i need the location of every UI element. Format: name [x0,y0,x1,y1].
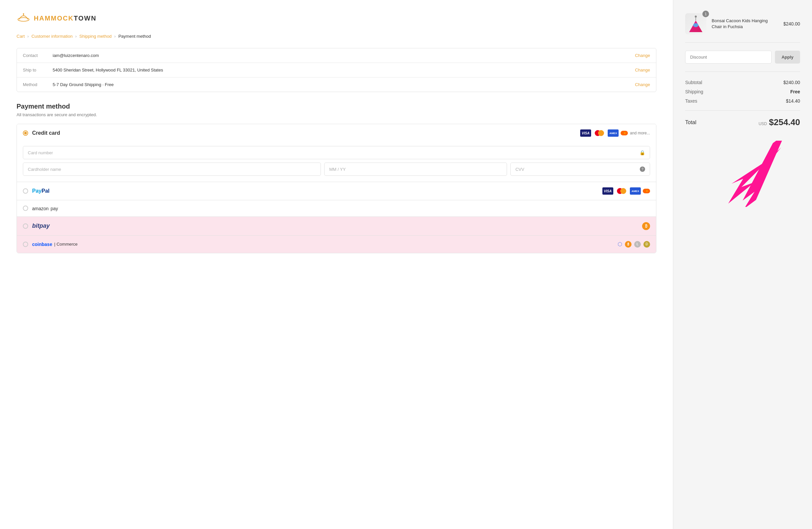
mastercard-logo [593,130,606,137]
svg-point-4 [624,132,626,134]
logo-area: HAMMOCKTOWN [17,13,656,23]
subtotal-label: Subtotal [685,80,702,85]
cardholder-placeholder: Cardholder name [28,167,61,172]
contact-value: iam@luizcentenaro.com [53,53,635,58]
litecoin-icon: Ł [634,241,641,248]
paypal-discover-logo [643,189,650,193]
amazon-header[interactable]: amazon pay [17,200,656,217]
svg-point-7 [695,16,697,17]
taxes-row: Taxes $14.40 [685,98,800,104]
breadcrumb-customer-info[interactable]: Customer information [31,34,73,39]
coinbase-btc-icon: ₿ [625,241,632,248]
product-image [685,13,706,34]
contact-change[interactable]: Change [635,53,650,58]
card-form: Card number 🔒 Cardholder name MM / YY CV… [17,142,656,182]
quantity-badge: 1 [702,11,709,17]
credit-card-radio[interactable] [23,130,28,136]
bitpay-label: bitpay [32,222,642,230]
payment-option-paypal: PayPal VISA AMEX [17,182,656,200]
commerce-text: | Commerce [54,242,78,247]
shipping-row: Shipping Free [685,89,800,94]
logo-text: HAMMOCKTOWN [34,15,96,22]
subtotal-value: $240.00 [783,80,800,85]
visa-logo: VISA [580,130,591,137]
total-currency: USD [759,121,767,126]
svg-point-10 [693,23,698,27]
method-change[interactable]: Change [635,82,650,87]
paypal-visa-logo: VISA [603,187,613,195]
bitcoin-icon: ₿ [642,222,650,230]
info-table: Contact iam@luizcentenaro.com Change Shi… [17,48,656,92]
coinbase-icons: ⬡ ₿ Ł Ð [618,241,650,248]
arrow-annotation [685,141,800,208]
paypal-label: PayPal [32,188,603,194]
taxes-label: Taxes [685,98,697,104]
info-row-method: Method 5-7 Day Ground Shipping · Free Ch… [17,77,656,92]
taxes-value: $14.40 [786,98,800,104]
cardholder-field[interactable]: Cardholder name [23,163,321,176]
info-row-shipto: Ship to 5400 Sheridan Street, Hollywood … [17,63,656,77]
breadcrumb: Cart › Customer information › Shipping m… [17,34,656,39]
lock-icon: 🔒 [639,150,645,155]
payment-option-bitpay: bitpay ₿ [17,217,656,236]
amex-logo: AMEX [608,130,619,137]
shipto-change[interactable]: Change [635,68,650,73]
expiry-field[interactable]: MM / YY [324,163,507,176]
discount-row: Apply [685,50,800,72]
breadcrumb-sep-1: › [28,34,29,39]
and-more-label: and more... [630,131,650,135]
svg-point-2 [23,13,24,15]
hammock-logo-icon [17,13,30,23]
payment-subtitle: All transactions are secure and encrypte… [17,112,656,117]
paypal-header[interactable]: PayPal VISA AMEX [17,182,656,200]
svg-point-6 [646,190,648,192]
info-row-contact: Contact iam@luizcentenaro.com Change [17,48,656,63]
shipto-label: Ship to [23,68,53,73]
pink-arrow-icon [685,141,791,207]
radio-inner [24,132,27,134]
left-panel: HAMMOCKTOWN Cart › Customer information … [0,0,673,529]
payment-options: Credit card VISA AMEX and more... [17,124,656,253]
ethereum-icon: ⬡ [618,241,622,247]
bitpay-header[interactable]: bitpay ₿ [17,217,656,235]
paypal-mc-logo [615,187,628,195]
breadcrumb-payment: Payment method [118,34,151,39]
expiry-placeholder: MM / YY [329,167,346,172]
discover-logo [621,131,628,135]
shipping-label: Shipping [685,89,704,94]
total-row: Total USD $254.40 [685,110,800,128]
coinbase-brand: coinbase [32,242,52,247]
paypal-amex-logo: AMEX [630,187,641,195]
product-row: 1 Bonsai Cacoon Kids Hanging Chair in Fu… [685,13,800,43]
breadcrumb-cart[interactable]: Cart [17,34,25,39]
cvv-field[interactable]: CVV ? [510,163,650,176]
discount-input[interactable] [685,50,772,63]
svg-marker-11 [733,141,791,207]
amazon-radio[interactable] [23,206,28,211]
payment-title: Payment method [17,103,656,110]
shipto-value: 5400 Sheridan Street, Hollywood FL 33021… [53,68,635,73]
cvv-help-icon: ? [640,166,645,172]
paypal-card-logos: VISA AMEX [603,187,650,195]
coinbase-label: coinbase | Commerce [32,242,618,247]
card-input-row: Cardholder name MM / YY CVV ? [23,163,650,176]
card-logos: VISA AMEX and more... [580,130,650,137]
right-panel: 1 Bonsai Cacoon Kids Hanging Chair in Fu… [673,0,812,529]
coinbase-header[interactable]: coinbase | Commerce ⬡ ₿ Ł Ð [17,236,656,253]
breadcrumb-shipping[interactable]: Shipping method [79,34,112,39]
bitpay-radio[interactable] [23,223,28,229]
apply-discount-button[interactable]: Apply [775,50,800,63]
coinbase-radio[interactable] [23,242,28,247]
payment-option-amazon: amazon pay [17,200,656,217]
credit-card-header[interactable]: Credit card VISA AMEX and more... [17,124,656,142]
shipping-value: Free [790,89,800,94]
total-value-group: USD $254.40 [759,117,800,128]
method-label: Method [23,82,53,87]
paypal-radio[interactable] [23,188,28,194]
card-number-placeholder: Card number [28,150,639,155]
breadcrumb-sep-2: › [75,34,76,39]
card-number-field[interactable]: Card number 🔒 [23,146,650,159]
contact-label: Contact [23,53,53,58]
subtotal-row: Subtotal $240.00 [685,80,800,85]
method-value: 5-7 Day Ground Shipping · Free [53,82,635,87]
